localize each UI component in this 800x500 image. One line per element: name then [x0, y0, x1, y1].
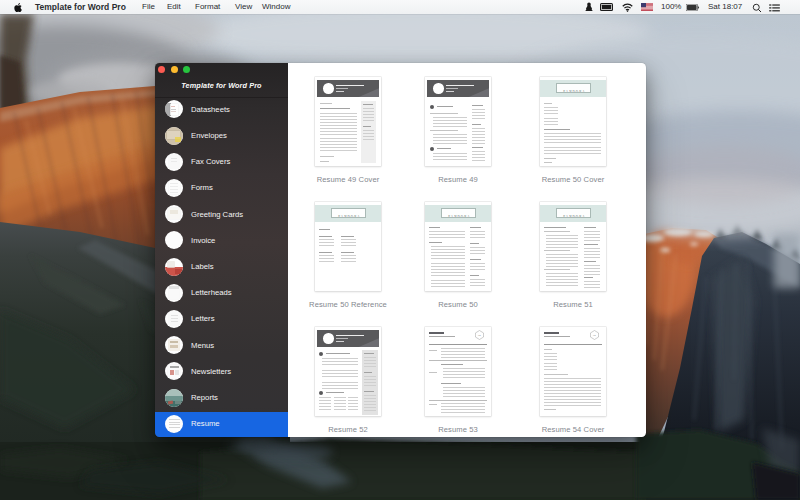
svg-text:PANDORA: PANDORA [338, 215, 360, 219]
svg-text:LB: LB [478, 334, 481, 336]
svg-text:PANDORA: PANDORA [563, 215, 585, 219]
svg-text:LB: LB [593, 334, 596, 336]
svg-text:PANDORA: PANDORA [448, 215, 470, 219]
svg-text:PANDORA: PANDORA [563, 90, 585, 94]
